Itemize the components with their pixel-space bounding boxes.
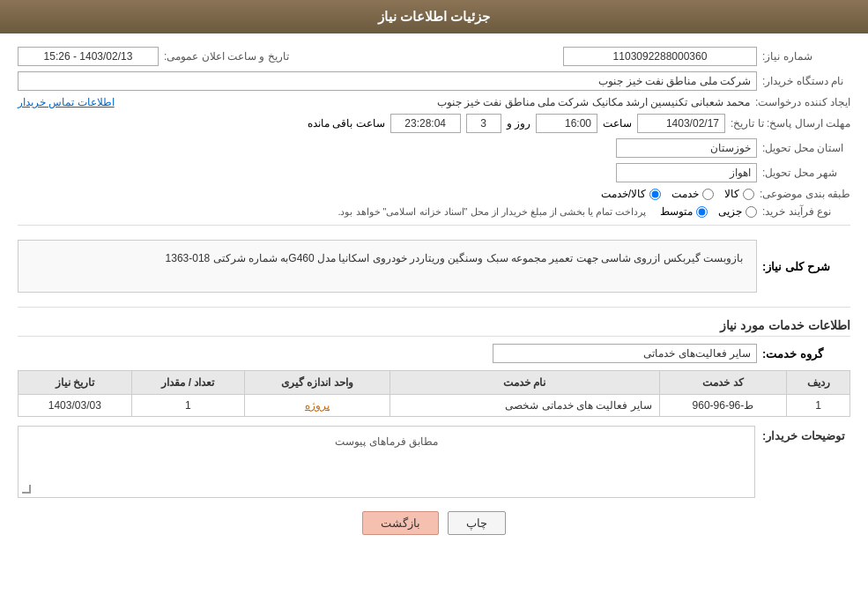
reply-deadline-label: مهلت ارسال پاسخ: تا تاریخ:: [731, 117, 850, 130]
button-row: چاپ بازگشت: [18, 511, 850, 535]
category-row: طبقه بندی موضوعی: کالا خدمت کالا/خدمت: [18, 188, 850, 200]
category-label: طبقه بندی موضوعی:: [760, 188, 850, 200]
announce-datetime-label: تاریخ و ساعت اعلان عمومی:: [164, 50, 289, 63]
reply-days-input[interactable]: [466, 114, 501, 133]
city-row: شهر محل تحویل:: [18, 163, 850, 182]
buyer-notes-box: مطابق فرماهای پیوست: [18, 426, 755, 498]
creator-value: محمد شعبانی تکنیسین ارشد مکانیک شرکت ملی…: [120, 96, 750, 108]
province-label: استان محل تحویل:: [762, 142, 850, 154]
creator-row: ایجاد کننده درخواست: محمد شعبانی تکنیسین…: [18, 96, 850, 108]
category-option-kala[interactable]: کالا: [724, 188, 754, 200]
reply-remaining-input[interactable]: [390, 114, 461, 133]
process-radio-group: جزیی متوسط: [660, 205, 757, 218]
buyer-notes-text: مطابق فرماهای پیوست: [23, 431, 750, 493]
back-button[interactable]: بازگشت: [362, 511, 439, 535]
col-header-date: تاریخ نیاز: [19, 371, 132, 395]
cell-unit: پروژه: [245, 395, 390, 417]
reply-time-input[interactable]: [536, 114, 597, 133]
description-row: شرح کلی نیاز: بازوبست گیربکس ازروی شاسی …: [18, 233, 850, 300]
description-value: بازوبست گیربکس ازروی شاسی جهت تعمیر مجمو…: [166, 252, 743, 264]
resize-handle[interactable]: [20, 485, 31, 495]
process-type-row: نوع فرآیند خرید: جزیی متوسط پرداخت تمام …: [18, 205, 850, 218]
requester-org-label: نام دستگاه خریدار:: [762, 75, 850, 87]
cell-row: 1: [787, 395, 850, 417]
need-number-label: شماره نیاز:: [762, 50, 850, 63]
reply-remaining-label: ساعت باقی مانده: [308, 117, 385, 130]
service-group-label: گروه خدمت:: [762, 347, 850, 360]
province-input[interactable]: [616, 138, 757, 158]
reply-deadline-row: مهلت ارسال پاسخ: تا تاریخ: ساعت روز و سا…: [18, 114, 850, 133]
col-header-qty: تعداد / مقدار: [131, 371, 244, 395]
col-header-row: ردیف: [787, 371, 850, 395]
cell-qty: 1: [131, 395, 244, 417]
announce-datetime-input[interactable]: [18, 47, 159, 66]
requester-org-row: نام دستگاه خریدار:: [18, 71, 850, 91]
category-option-both[interactable]: کالا/خدمت: [601, 188, 661, 200]
print-button[interactable]: چاپ: [448, 511, 506, 535]
category-option-khedmat[interactable]: خدمت: [671, 188, 714, 200]
services-table: ردیف کد خدمت نام خدمت واحد اندازه گیری ت…: [18, 370, 850, 417]
city-input[interactable]: [616, 163, 757, 182]
need-number-row: شماره نیاز: تاریخ و ساعت اعلان عمومی:: [18, 47, 850, 66]
creator-label: ایجاد کننده درخواست:: [755, 96, 850, 108]
col-header-name: نام خدمت: [389, 371, 659, 395]
province-row: استان محل تحویل:: [18, 138, 850, 158]
reply-days-label: روز و: [507, 117, 530, 130]
service-group-row: گروه خدمت:: [18, 344, 850, 363]
col-header-code: کد خدمت: [659, 371, 787, 395]
main-content: شماره نیاز: تاریخ و ساعت اعلان عمومی: نا…: [0, 33, 868, 557]
category-radio-group: کالا خدمت کالا/خدمت: [601, 188, 754, 200]
city-label: شهر محل تحویل:: [762, 167, 850, 179]
buyer-notes-section: توضیحات خریدار: مطابق فرماهای پیوست: [18, 426, 850, 498]
process-type-label: نوع فرآیند خرید:: [762, 205, 850, 218]
table-row: 1 ط-96-96-960 سایر فعالیت های خدماتی شخص…: [19, 395, 850, 417]
page-wrapper: جزئیات اطلاعات نیاز شماره نیاز: تاریخ و …: [0, 0, 868, 609]
cell-date: 1403/03/03: [19, 395, 132, 417]
page-title: جزئیات اطلاعات نیاز: [378, 9, 490, 24]
buyer-notes-label: توضیحات خریدار:: [762, 426, 850, 442]
need-number-input[interactable]: [563, 47, 757, 66]
description-title: شرح کلی نیاز:: [762, 260, 850, 273]
reply-date-input[interactable]: [637, 114, 725, 133]
cell-code: ط-96-96-960: [659, 395, 787, 417]
services-section-title: اطلاعات خدمات مورد نیاز: [18, 318, 850, 337]
requester-org-input[interactable]: [18, 71, 757, 91]
process-option-jozi[interactable]: جزیی: [718, 205, 757, 218]
process-option-motawaset[interactable]: متوسط: [660, 205, 708, 218]
description-box: بازوبست گیربکس ازروی شاسی جهت تعمیر مجمو…: [18, 240, 757, 293]
reply-time-label: ساعت: [603, 117, 632, 130]
cell-name: سایر فعالیت های خدماتی شخصی: [389, 395, 659, 417]
col-header-unit: واحد اندازه گیری: [245, 371, 390, 395]
page-header: جزئیات اطلاعات نیاز: [0, 0, 868, 33]
process-note: پرداخت تمام یا بخشی از مبلغ خریدار از مح…: [338, 206, 646, 218]
service-group-input[interactable]: [493, 344, 757, 363]
contact-link[interactable]: اطلاعات تماس خریدار: [18, 96, 115, 108]
